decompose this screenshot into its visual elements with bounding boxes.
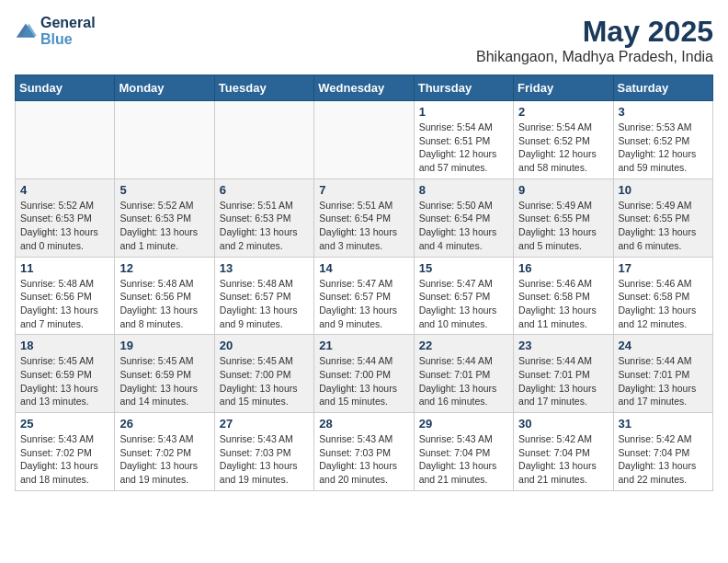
calendar-cell: 14Sunrise: 5:47 AM Sunset: 6:57 PM Dayli…: [314, 257, 414, 335]
day-info: Sunrise: 5:51 AM Sunset: 6:54 PM Dayligh…: [319, 199, 408, 253]
calendar-cell: 23Sunrise: 5:44 AM Sunset: 7:01 PM Dayli…: [514, 335, 613, 413]
day-info: Sunrise: 5:46 AM Sunset: 6:58 PM Dayligh…: [518, 277, 608, 331]
calendar-header-row: SundayMondayTuesdayWednesdayThursdayFrid…: [16, 75, 713, 101]
weekday-header: Thursday: [414, 75, 513, 101]
day-number: 11: [20, 261, 109, 275]
day-number: 14: [319, 261, 408, 275]
calendar-week-row: 11Sunrise: 5:48 AM Sunset: 6:56 PM Dayli…: [16, 257, 713, 335]
day-number: 3: [619, 105, 708, 119]
calendar-cell: 10Sunrise: 5:49 AM Sunset: 6:55 PM Dayli…: [613, 178, 712, 257]
day-number: 24: [619, 339, 708, 352]
calendar-cell: 24Sunrise: 5:44 AM Sunset: 7:01 PM Dayli…: [613, 335, 712, 413]
calendar-cell: 21Sunrise: 5:44 AM Sunset: 7:00 PM Dayli…: [314, 335, 414, 413]
calendar-cell: 5Sunrise: 5:52 AM Sunset: 6:53 PM Daylig…: [115, 178, 214, 257]
calendar-cell: 31Sunrise: 5:42 AM Sunset: 7:04 PM Dayli…: [613, 413, 712, 491]
day-info: Sunrise: 5:44 AM Sunset: 7:00 PM Dayligh…: [319, 354, 408, 408]
day-number: 4: [20, 183, 109, 197]
calendar-cell: 22Sunrise: 5:44 AM Sunset: 7:01 PM Dayli…: [414, 335, 513, 413]
calendar-cell: 11Sunrise: 5:48 AM Sunset: 6:56 PM Dayli…: [16, 257, 115, 335]
calendar-week-row: 4Sunrise: 5:52 AM Sunset: 6:53 PM Daylig…: [16, 178, 713, 257]
calendar-cell: 27Sunrise: 5:43 AM Sunset: 7:03 PM Dayli…: [214, 413, 313, 491]
title-block: May 2025 Bhikangaon, Madhya Pradesh, Ind…: [476, 15, 713, 65]
day-number: 22: [419, 339, 508, 352]
calendar-cell: 15Sunrise: 5:47 AM Sunset: 6:57 PM Dayli…: [414, 257, 513, 335]
day-number: 25: [20, 417, 109, 431]
day-info: Sunrise: 5:43 AM Sunset: 7:02 PM Dayligh…: [119, 432, 209, 487]
day-info: Sunrise: 5:51 AM Sunset: 6:53 PM Dayligh…: [220, 199, 309, 253]
day-info: Sunrise: 5:45 AM Sunset: 6:59 PM Dayligh…: [119, 354, 209, 408]
weekday-header: Saturday: [613, 75, 712, 101]
day-number: 8: [419, 183, 508, 197]
day-number: 7: [319, 183, 408, 197]
day-info: Sunrise: 5:48 AM Sunset: 6:56 PM Dayligh…: [119, 277, 209, 331]
day-number: 6: [220, 183, 309, 197]
logo-icon: [15, 20, 37, 42]
day-info: Sunrise: 5:43 AM Sunset: 7:03 PM Dayligh…: [319, 432, 408, 487]
calendar-cell: 12Sunrise: 5:48 AM Sunset: 6:56 PM Dayli…: [115, 257, 214, 335]
day-info: Sunrise: 5:54 AM Sunset: 6:52 PM Dayligh…: [518, 121, 608, 175]
calendar-cell: 19Sunrise: 5:45 AM Sunset: 6:59 PM Dayli…: [115, 335, 214, 413]
day-number: 17: [619, 261, 708, 275]
day-info: Sunrise: 5:46 AM Sunset: 6:58 PM Dayligh…: [619, 277, 708, 331]
calendar-cell: 3Sunrise: 5:53 AM Sunset: 6:52 PM Daylig…: [613, 101, 712, 179]
day-info: Sunrise: 5:48 AM Sunset: 6:56 PM Dayligh…: [20, 277, 109, 331]
logo-text: General Blue: [40, 15, 96, 48]
calendar-cell: 29Sunrise: 5:43 AM Sunset: 7:04 PM Dayli…: [414, 413, 513, 491]
month-title: May 2025: [476, 15, 713, 49]
day-number: 12: [119, 261, 209, 275]
day-number: 10: [619, 183, 708, 197]
day-number: 13: [220, 261, 309, 275]
day-number: 21: [319, 339, 408, 352]
calendar-table: SundayMondayTuesdayWednesdayThursdayFrid…: [15, 75, 713, 491]
day-info: Sunrise: 5:48 AM Sunset: 6:57 PM Dayligh…: [220, 277, 309, 331]
day-number: 16: [518, 261, 608, 275]
calendar-cell: [214, 101, 313, 179]
calendar-week-row: 1Sunrise: 5:54 AM Sunset: 6:51 PM Daylig…: [16, 101, 713, 179]
calendar-week-row: 25Sunrise: 5:43 AM Sunset: 7:02 PM Dayli…: [16, 413, 713, 491]
day-info: Sunrise: 5:44 AM Sunset: 7:01 PM Dayligh…: [419, 354, 508, 408]
day-number: 1: [419, 105, 508, 119]
calendar-cell: 9Sunrise: 5:49 AM Sunset: 6:55 PM Daylig…: [514, 178, 613, 257]
day-info: Sunrise: 5:49 AM Sunset: 6:55 PM Dayligh…: [518, 199, 608, 253]
day-number: 30: [518, 417, 608, 431]
day-number: 28: [319, 417, 408, 431]
weekday-header: Wednesday: [314, 75, 414, 101]
calendar-cell: 1Sunrise: 5:54 AM Sunset: 6:51 PM Daylig…: [414, 101, 513, 179]
calendar-cell: 20Sunrise: 5:45 AM Sunset: 7:00 PM Dayli…: [214, 335, 313, 413]
calendar-cell: 6Sunrise: 5:51 AM Sunset: 6:53 PM Daylig…: [214, 178, 313, 257]
day-info: Sunrise: 5:43 AM Sunset: 7:04 PM Dayligh…: [419, 432, 508, 487]
day-info: Sunrise: 5:47 AM Sunset: 6:57 PM Dayligh…: [319, 277, 408, 331]
day-info: Sunrise: 5:54 AM Sunset: 6:51 PM Dayligh…: [419, 121, 508, 175]
day-number: 29: [419, 417, 508, 431]
day-info: Sunrise: 5:42 AM Sunset: 7:04 PM Dayligh…: [518, 432, 608, 487]
logo: General Blue: [15, 15, 96, 48]
calendar-cell: 26Sunrise: 5:43 AM Sunset: 7:02 PM Dayli…: [115, 413, 214, 491]
day-number: 20: [220, 339, 309, 352]
day-info: Sunrise: 5:42 AM Sunset: 7:04 PM Dayligh…: [619, 432, 708, 487]
calendar-cell: 16Sunrise: 5:46 AM Sunset: 6:58 PM Dayli…: [514, 257, 613, 335]
day-number: 18: [20, 339, 109, 352]
calendar-cell: 17Sunrise: 5:46 AM Sunset: 6:58 PM Dayli…: [613, 257, 712, 335]
day-info: Sunrise: 5:44 AM Sunset: 7:01 PM Dayligh…: [518, 354, 608, 408]
day-info: Sunrise: 5:43 AM Sunset: 7:02 PM Dayligh…: [20, 432, 109, 487]
weekday-header: Friday: [514, 75, 613, 101]
day-info: Sunrise: 5:44 AM Sunset: 7:01 PM Dayligh…: [619, 354, 708, 408]
day-number: 5: [119, 183, 209, 197]
day-info: Sunrise: 5:49 AM Sunset: 6:55 PM Dayligh…: [619, 199, 708, 253]
calendar-cell: 2Sunrise: 5:54 AM Sunset: 6:52 PM Daylig…: [514, 101, 613, 179]
calendar-cell: 30Sunrise: 5:42 AM Sunset: 7:04 PM Dayli…: [514, 413, 613, 491]
day-number: 2: [518, 105, 608, 119]
weekday-header: Tuesday: [214, 75, 313, 101]
day-number: 9: [518, 183, 608, 197]
day-number: 26: [119, 417, 209, 431]
calendar-cell: 4Sunrise: 5:52 AM Sunset: 6:53 PM Daylig…: [16, 178, 115, 257]
day-info: Sunrise: 5:45 AM Sunset: 6:59 PM Dayligh…: [20, 354, 109, 408]
day-info: Sunrise: 5:45 AM Sunset: 7:00 PM Dayligh…: [220, 354, 309, 408]
calendar-cell: 8Sunrise: 5:50 AM Sunset: 6:54 PM Daylig…: [414, 178, 513, 257]
calendar-cell: 25Sunrise: 5:43 AM Sunset: 7:02 PM Dayli…: [16, 413, 115, 491]
day-number: 15: [419, 261, 508, 275]
day-info: Sunrise: 5:47 AM Sunset: 6:57 PM Dayligh…: [419, 277, 508, 331]
day-number: 27: [220, 417, 309, 431]
calendar-cell: 18Sunrise: 5:45 AM Sunset: 6:59 PM Dayli…: [16, 335, 115, 413]
day-info: Sunrise: 5:50 AM Sunset: 6:54 PM Dayligh…: [419, 199, 508, 253]
